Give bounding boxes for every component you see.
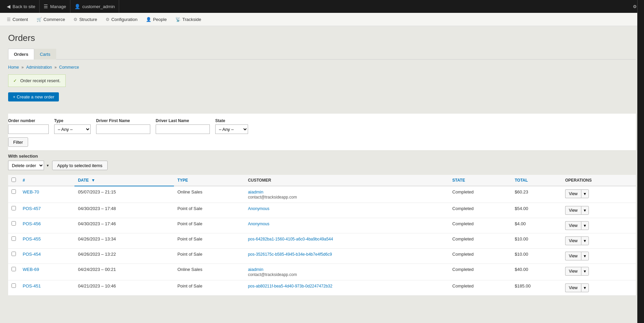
order-id-link[interactable]: POS-454 [23, 252, 41, 257]
col-type[interactable]: TYPE [174, 175, 244, 186]
commerce-icon: 🛒 [37, 17, 42, 22]
driver-last-name-input[interactable] [156, 124, 210, 134]
structure-icon: ⚙ [73, 17, 77, 22]
order-id-link[interactable]: WEB-69 [23, 267, 39, 272]
breadcrumb-commerce[interactable]: Commerce [59, 65, 79, 70]
view-dropdown-button[interactable]: ▼ [581, 252, 589, 260]
filter-type: Type – Any – Online Sales Point of Sale [54, 118, 91, 134]
state-select[interactable]: – Any – Completed Draft Cancelled [215, 124, 248, 134]
order-customer: pos-3526175c-b585-4945-b34e-b4b7e4f5d6c9 [245, 249, 449, 264]
order-id-link[interactable]: POS-455 [23, 236, 41, 241]
view-dropdown-button[interactable]: ▼ [581, 189, 589, 198]
view-dropdown-button[interactable]: ▼ [581, 267, 589, 276]
order-operations: View▼ [562, 233, 636, 249]
manage-menu[interactable]: ☰ Manage [40, 0, 70, 13]
row-checkbox[interactable] [12, 206, 16, 210]
view-button[interactable]: View [565, 189, 581, 198]
create-order-button[interactable]: + Create a new order [8, 92, 59, 101]
tab-orders[interactable]: Orders [8, 49, 34, 60]
row-checkbox[interactable] [12, 236, 16, 241]
customer-link[interactable]: Anonymous [248, 222, 269, 226]
order-customer: Anonymous [245, 218, 449, 233]
apply-to-selected-button[interactable]: Apply to selected items [52, 161, 108, 170]
state-label: State [215, 118, 248, 123]
with-selection-section: With selection Delete order ▼ Apply to s… [8, 154, 636, 170]
right-edge-bar [637, 0, 644, 323]
customer-link[interactable]: Anonymous [248, 206, 269, 211]
customer-link[interactable]: pos-3526175c-b585-4945-b34e-b4b7e4f5d6c9 [248, 252, 332, 257]
order-date: 05/07/2023 – 21:15 [74, 186, 174, 203]
row-checkbox[interactable] [12, 283, 16, 288]
order-date: 04/26/2023 – 13:22 [74, 249, 174, 264]
nav-configuration[interactable]: ⚙ Configuration [102, 13, 142, 26]
order-type: Online Sales [174, 264, 244, 280]
order-id-link[interactable]: WEB-70 [23, 189, 39, 194]
order-state: Completed [449, 186, 511, 203]
selection-action-select[interactable]: Delete order [8, 161, 44, 170]
view-dropdown-button[interactable]: ▼ [581, 221, 589, 230]
col-state[interactable]: STATE [449, 175, 511, 186]
sort-arrow-icon: ▼ [91, 178, 95, 183]
row-checkbox[interactable] [12, 252, 16, 256]
view-dropdown-button[interactable]: ▼ [581, 236, 589, 245]
order-state: Completed [449, 249, 511, 264]
customer-link[interactable]: pos-ab80211f-bea5-4d40-973b-0d2247472b32 [248, 284, 333, 289]
order-date: 04/24/2023 – 00:21 [74, 264, 174, 280]
order-operations: View▼ [562, 264, 636, 280]
table-row: POS-45604/30/2023 – 17:46Point of SaleAn… [8, 218, 636, 233]
driver-first-name-label: Driver First Name [96, 118, 150, 123]
order-id-link[interactable]: POS-456 [23, 221, 41, 226]
type-label: Type [54, 118, 91, 123]
tab-carts[interactable]: Carts [34, 49, 56, 60]
driver-first-name-input[interactable] [96, 124, 150, 134]
view-button[interactable]: View [565, 206, 581, 215]
select-all-checkbox[interactable] [12, 178, 16, 182]
row-checkbox[interactable] [12, 189, 16, 194]
customer-link[interactable]: aiadmin [248, 267, 264, 272]
nav-trackside[interactable]: 📡 Trackside [171, 13, 206, 26]
user-menu[interactable]: 👤 customer_admin [70, 0, 119, 13]
orders-table: # DATE ▼ TYPE CUSTOMER STATE TOTAL OPERA… [8, 175, 636, 296]
view-button[interactable]: View [565, 283, 581, 292]
col-total[interactable]: TOTAL [511, 175, 562, 186]
view-dropdown-button[interactable]: ▼ [581, 206, 589, 215]
nav-content[interactable]: ☰ Content [3, 13, 32, 26]
view-dropdown-button[interactable]: ▼ [581, 283, 589, 292]
order-id-link[interactable]: POS-457 [23, 206, 41, 211]
view-button[interactable]: View [565, 252, 581, 260]
view-button[interactable]: View [565, 236, 581, 245]
row-checkbox[interactable] [12, 221, 16, 226]
order-id-link[interactable]: POS-451 [23, 283, 41, 289]
page-content: Orders Orders Carts Home » Administratio… [0, 26, 644, 323]
col-number[interactable]: # [19, 175, 74, 186]
order-number-input[interactable] [8, 124, 49, 134]
nav-structure[interactable]: ⚙ Structure [69, 13, 102, 26]
order-total: $10.00 [511, 249, 562, 264]
filter-section: Order number Type – Any – Online Sales P… [8, 114, 636, 150]
order-operations: View▼ [562, 186, 636, 203]
back-to-site[interactable]: ◀ Back to site [3, 0, 40, 13]
view-button[interactable]: View [565, 267, 581, 276]
customer-link[interactable]: pos-64282ba1-1560-4105-a6c0-4ba9bc49a544 [248, 237, 333, 241]
row-checkbox[interactable] [12, 267, 16, 271]
filter-button[interactable]: Filter [8, 137, 28, 147]
order-date: 04/21/2023 – 10:46 [74, 280, 174, 296]
driver-last-name-label: Driver Last Name [156, 118, 210, 123]
col-date[interactable]: DATE ▼ [74, 175, 174, 186]
customer-email: contact@tracksideapp.com [248, 195, 297, 200]
order-state: Completed [449, 233, 511, 249]
page-title: Orders [8, 33, 636, 43]
customer-link[interactable]: aiadmin [248, 189, 264, 194]
table-row: POS-45104/21/2023 – 10:46Point of Salepo… [8, 280, 636, 296]
nav-commerce[interactable]: 🛒 Commerce [32, 13, 70, 26]
breadcrumb-administration[interactable]: Administration [26, 65, 52, 70]
admin-bar: ◀ Back to site ☰ Manage 👤 customer_admin… [0, 0, 644, 13]
trackside-icon: 📡 [175, 17, 181, 22]
type-select[interactable]: – Any – Online Sales Point of Sale [54, 124, 91, 134]
breadcrumb-home[interactable]: Home [8, 65, 19, 70]
order-customer: Anonymous [245, 203, 449, 218]
view-button[interactable]: View [565, 221, 581, 230]
nav-people[interactable]: 👤 People [142, 13, 171, 26]
customer-email: contact@tracksideapp.com [248, 272, 297, 277]
order-state: Completed [449, 280, 511, 296]
